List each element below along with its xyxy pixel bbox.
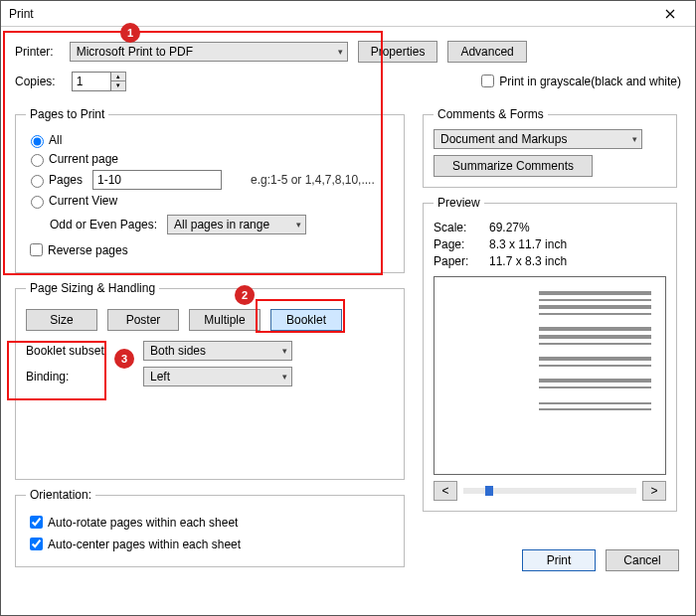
copies-input[interactable]: [72, 72, 111, 91]
close-button[interactable]: [653, 2, 687, 26]
grayscale-checkbox[interactable]: Print in grayscale(black and white): [477, 72, 681, 90]
printer-label: Printer:: [15, 45, 54, 59]
print-dialog: Print 1 2 3 Printer: Microsoft Print to …: [0, 0, 696, 616]
preview-group: Preview Scale:69.27% Page:8.3 x 11.7 inc…: [423, 196, 677, 512]
advanced-button[interactable]: Advanced: [447, 41, 526, 63]
scale-value: 69.27%: [489, 221, 530, 234]
chevron-down-icon: ▾: [282, 372, 287, 382]
binding-label: Binding:: [26, 370, 135, 384]
subset-label: Booklet subset:: [26, 344, 135, 358]
window-title: Print: [9, 7, 653, 21]
titlebar: Print: [1, 1, 695, 27]
preview-thumbnail: [434, 276, 666, 475]
size-button[interactable]: Size: [26, 309, 97, 331]
reverse-pages-checkbox[interactable]: Reverse pages: [26, 240, 394, 259]
radio-current-page[interactable]: Current page: [26, 151, 394, 167]
orientation-legend: Orientation:: [26, 488, 95, 502]
paper-label: Paper:: [434, 254, 489, 268]
preview-next-button[interactable]: >: [642, 481, 666, 501]
pages-input[interactable]: [92, 170, 222, 190]
preview-legend: Preview: [434, 196, 484, 210]
cancel-button[interactable]: Cancel: [606, 549, 679, 571]
booklet-button[interactable]: Booklet: [270, 309, 342, 331]
oddeven-label: Odd or Even Pages:: [50, 218, 157, 231]
radio-pages[interactable]: [31, 175, 44, 188]
copies-stepper[interactable]: ▲ ▼: [72, 72, 126, 91]
sizing-legend: Page Sizing & Handling: [26, 281, 159, 295]
radio-current-view[interactable]: Current View: [26, 193, 394, 209]
oddeven-select[interactable]: All pages in range ▾: [167, 215, 306, 234]
poster-button[interactable]: Poster: [107, 309, 179, 331]
subset-select[interactable]: Both sides ▾: [143, 341, 292, 361]
chevron-down-icon: ▾: [632, 134, 637, 144]
preview-scrollbar[interactable]: [463, 488, 636, 494]
auto-center-checkbox[interactable]: Auto-center pages within each sheet: [26, 535, 394, 553]
scrollbar-thumb[interactable]: [485, 486, 493, 496]
pages-to-print-group: Pages to Print All Current page Pages e.…: [15, 107, 405, 273]
auto-rotate-checkbox[interactable]: Auto-rotate pages within each sheet: [26, 513, 394, 532]
spin-up-icon[interactable]: ▲: [111, 73, 125, 81]
pages-label: Pages: [49, 173, 92, 187]
chevron-down-icon: ▾: [338, 47, 343, 57]
binding-select[interactable]: Left ▾: [143, 367, 292, 386]
spin-down-icon[interactable]: ▼: [111, 81, 125, 90]
pages-to-print-legend: Pages to Print: [26, 107, 108, 121]
page-value: 8.3 x 11.7 inch: [489, 237, 567, 251]
pages-hint: e.g:1-5 or 1,4,7,8,10,....: [251, 173, 375, 187]
preview-prev-button[interactable]: <: [434, 481, 457, 501]
dialog-content: 1 2 3 Printer: Microsoft Print to PDF ▾ …: [1, 27, 695, 583]
page-label: Page:: [434, 237, 489, 251]
sizing-group: Page Sizing & Handling Size Poster Multi…: [15, 281, 405, 480]
scale-label: Scale:: [434, 221, 489, 234]
chevron-down-icon: ▾: [296, 220, 301, 230]
paper-value: 11.7 x 8.3 inch: [489, 254, 567, 268]
comments-group: Comments & Forms Document and Markups ▾ …: [423, 107, 677, 188]
copies-label: Copies:: [15, 75, 56, 88]
close-icon: [665, 9, 675, 19]
chevron-down-icon: ▾: [282, 346, 287, 356]
comments-legend: Comments & Forms: [434, 107, 548, 121]
radio-all[interactable]: All: [26, 132, 394, 148]
orientation-group: Orientation: Auto-rotate pages within ea…: [15, 488, 405, 567]
print-button[interactable]: Print: [522, 549, 596, 571]
multiple-button[interactable]: Multiple: [189, 309, 261, 331]
printer-value: Microsoft Print to PDF: [77, 45, 193, 59]
properties-button[interactable]: Properties: [358, 41, 438, 63]
printer-select[interactable]: Microsoft Print to PDF ▾: [70, 42, 348, 62]
summarize-button[interactable]: Summarize Comments: [434, 155, 593, 177]
comments-select[interactable]: Document and Markups ▾: [434, 129, 642, 149]
